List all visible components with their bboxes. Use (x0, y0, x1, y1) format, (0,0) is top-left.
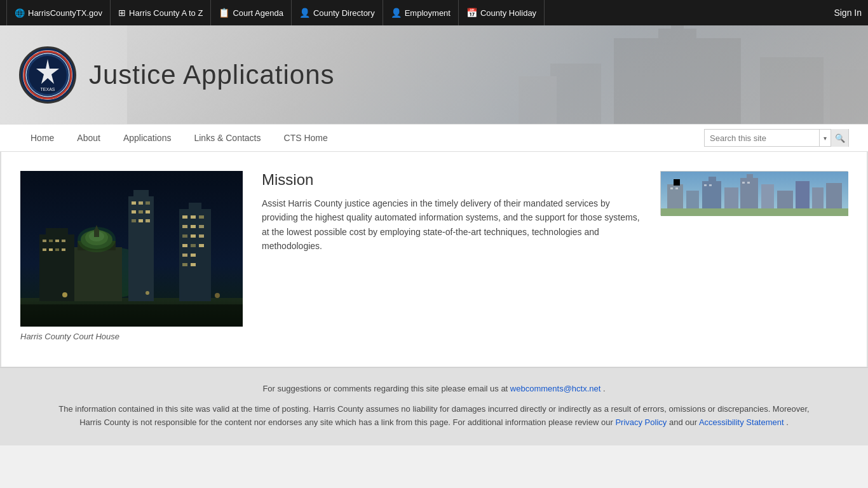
svg-rect-62 (62, 248, 65, 251)
nav-about[interactable]: About (65, 124, 112, 152)
mission-title: Mission (262, 171, 641, 189)
side-image-container (660, 171, 848, 215)
mission-container: Mission Assist Harris County justice age… (262, 171, 641, 254)
svg-rect-85 (709, 184, 712, 186)
svg-point-65 (215, 293, 220, 298)
svg-rect-33 (191, 263, 196, 266)
accessibility-statement-link[interactable]: Accessibility Statement (699, 417, 784, 427)
top-link-employment-label: Employment (405, 8, 451, 18)
main-nav: Home About Applications Links & Contacts… (19, 124, 704, 152)
nav-bar: Home About Applications Links & Contacts… (0, 124, 868, 152)
agenda-icon: 📋 (219, 8, 229, 18)
svg-rect-2 (671, 25, 684, 32)
top-bar: HarrisCountyTX.gov ⊞ Harris County A to … (0, 0, 868, 25)
svg-rect-42 (132, 219, 136, 222)
svg-rect-39 (132, 210, 136, 214)
svg-rect-38 (146, 201, 150, 205)
svg-rect-0 (614, 38, 741, 124)
svg-rect-36 (132, 201, 136, 205)
skyline-svg (20, 171, 243, 327)
privacy-policy-link[interactable]: Privacy Policy (615, 417, 667, 427)
logo-svg: TEXAS (22, 50, 73, 100)
image-caption: Harris County Court House (20, 332, 243, 341)
svg-rect-69 (674, 179, 680, 186)
search-input[interactable] (705, 130, 819, 146)
svg-point-64 (146, 291, 149, 295)
side-city-image (660, 171, 848, 215)
svg-rect-19 (191, 215, 196, 219)
svg-rect-57 (55, 240, 59, 242)
footer-suggestion: For suggestions or comments regarding th… (51, 384, 817, 393)
svg-rect-82 (670, 187, 673, 189)
search-button[interactable]: 🔍 (831, 129, 848, 147)
footer-email-link[interactable]: webcomments@hctx.net (510, 384, 601, 393)
main-wrapper: Harris County Court House Mission Assist… (0, 152, 868, 367)
courthouse-image (20, 171, 243, 327)
top-link-atoz-label: Harris County A to Z (129, 8, 203, 18)
top-links: HarrisCountyTX.gov ⊞ Harris County A to … (6, 0, 834, 25)
emp-icon: 👤 (391, 8, 402, 18)
top-link-atoz[interactable]: ⊞ Harris County A to Z (111, 0, 211, 25)
top-link-employment[interactable]: 👤 Employment (383, 0, 459, 25)
footer-disclaimer-end: . (786, 417, 789, 427)
svg-rect-87 (747, 182, 750, 184)
svg-rect-21 (182, 225, 187, 228)
svg-rect-53 (39, 234, 74, 301)
sign-in-link[interactable]: Sign In (834, 8, 862, 18)
svg-rect-72 (709, 177, 716, 183)
svg-rect-45 (71, 247, 122, 301)
footer-disclaimer-mid: and our (669, 417, 699, 427)
top-link-countydirectory-label: County Directory (313, 8, 375, 18)
nav-cts-home[interactable]: CTS Home (273, 124, 339, 152)
svg-text:TEXAS: TEXAS (41, 87, 55, 92)
top-link-countyholiday[interactable]: 📅 County Holiday (459, 0, 545, 25)
logo-container: TEXAS (19, 46, 76, 104)
globe-icon (15, 8, 25, 18)
nav-home[interactable]: Home (19, 124, 65, 152)
harris-county-logo: TEXAS (19, 46, 76, 104)
dir-icon: 👤 (299, 8, 310, 18)
svg-rect-37 (139, 201, 143, 205)
nav-links-contacts[interactable]: Links & Contacts (182, 124, 272, 152)
footer: For suggestions or comments regarding th… (0, 367, 868, 445)
top-link-countyholiday-label: County Holiday (480, 8, 536, 18)
svg-rect-83 (675, 187, 678, 189)
nav-applications[interactable]: Applications (112, 124, 183, 152)
footer-suggestion-end: . (603, 384, 606, 393)
svg-rect-26 (199, 234, 204, 238)
svg-rect-66 (20, 304, 243, 327)
side-skyline-svg (661, 172, 848, 216)
svg-rect-3 (550, 64, 601, 124)
content-grid: Harris County Court House Mission Assist… (20, 171, 848, 341)
mission-text: Assist Harris County justice agencies in… (262, 196, 641, 254)
svg-rect-5 (519, 76, 557, 124)
svg-rect-54 (46, 228, 68, 238)
svg-rect-84 (704, 184, 707, 186)
svg-point-63 (62, 292, 67, 297)
svg-rect-29 (199, 244, 204, 247)
top-link-courtagenda[interactable]: 📋 Court Agenda (211, 0, 292, 25)
search-dropdown-btn[interactable]: ▾ (819, 130, 831, 146)
grid-icon: ⊞ (118, 8, 126, 18)
top-link-countydirectory[interactable]: 👤 County Directory (292, 0, 383, 25)
svg-rect-60 (49, 248, 53, 251)
svg-rect-58 (62, 240, 65, 242)
svg-rect-40 (139, 210, 143, 214)
svg-rect-43 (139, 219, 143, 222)
search-container: ▾ 🔍 (704, 129, 849, 147)
svg-rect-28 (191, 244, 196, 247)
svg-rect-86 (742, 182, 745, 184)
svg-rect-56 (49, 240, 53, 242)
svg-rect-18 (182, 215, 187, 219)
svg-rect-61 (55, 248, 59, 251)
top-link-courtagenda-label: Court Agenda (233, 8, 283, 18)
svg-rect-35 (133, 190, 149, 200)
svg-rect-17 (189, 203, 201, 212)
svg-rect-6 (830, 70, 868, 124)
svg-rect-4 (760, 57, 824, 124)
top-link-harriscountytx[interactable]: HarrisCountyTX.gov (6, 0, 111, 25)
svg-rect-25 (191, 234, 196, 238)
svg-rect-59 (43, 248, 46, 251)
svg-rect-22 (191, 225, 196, 228)
svg-rect-30 (182, 254, 187, 257)
